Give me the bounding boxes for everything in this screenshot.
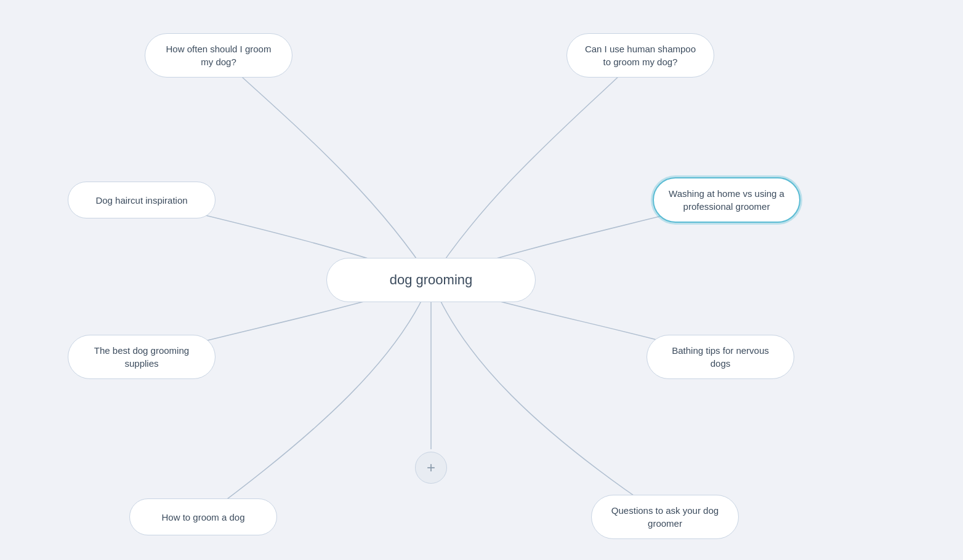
node-bathing-tips[interactable]: Bathing tips for nervous dogs — [647, 335, 794, 379]
node-how-often[interactable]: How often should I groom my dog? — [145, 33, 292, 78]
node-how-to-groom[interactable]: How to groom a dog — [129, 498, 277, 535]
node-supplies[interactable]: The best dog grooming supplies — [68, 335, 216, 379]
center-label: dog grooming — [390, 271, 473, 290]
node-washing-home-label: Washing at home vs using a professional … — [667, 187, 786, 213]
mind-map-container: dog grooming + How often should I groom … — [0, 0, 963, 560]
node-washing-home[interactable]: Washing at home vs using a professional … — [653, 177, 800, 223]
node-bathing-tips-label: Bathing tips for nervous dogs — [661, 344, 780, 370]
node-how-often-label: How often should I groom my dog? — [159, 42, 278, 68]
node-haircut-label: Dog haircut inspiration — [95, 194, 187, 207]
node-human-shampoo-label: Can I use human shampoo to groom my dog? — [581, 42, 700, 68]
node-questions[interactable]: Questions to ask your dog groomer — [591, 495, 739, 539]
node-supplies-label: The best dog grooming supplies — [82, 344, 201, 370]
node-how-to-groom-label: How to groom a dog — [161, 511, 244, 524]
node-haircut[interactable]: Dog haircut inspiration — [68, 182, 216, 218]
node-questions-label: Questions to ask your dog groomer — [605, 504, 725, 530]
add-node-button[interactable]: + — [415, 452, 447, 484]
add-icon: + — [427, 457, 435, 478]
center-node[interactable]: dog grooming — [326, 258, 536, 302]
node-human-shampoo[interactable]: Can I use human shampoo to groom my dog? — [566, 33, 714, 78]
